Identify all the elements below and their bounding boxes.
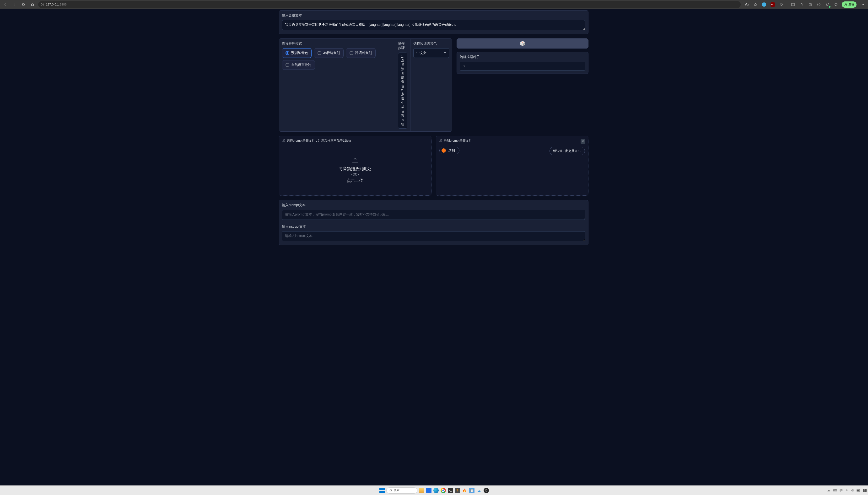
mode-label: 跨语种复刻 (355, 51, 372, 55)
browser-toolbar: 127.0.0.1:9886 A)) uO (0, 0, 868, 9)
radio-icon (286, 51, 289, 55)
record-header-text: 录制prompt音频文件 (444, 139, 472, 143)
svg-point-11 (846, 4, 847, 4)
upload-header-text: 选择prompt音频文件，注意采样率不低于16khz (287, 139, 351, 143)
step-line-1: 1. 选择预训练音色 (401, 55, 404, 88)
upload-click-text: 点击上传 (347, 178, 363, 183)
split-screen-icon[interactable] (790, 2, 796, 7)
forward-button (11, 1, 18, 8)
mic-select-label: 默认值 - 麦克风 (R... (553, 149, 581, 153)
radio-icon (350, 51, 353, 55)
invite-label: 邀请 (848, 2, 854, 6)
instruct-text-label: 输入instruct文本 (282, 225, 585, 229)
favorites-bar-icon[interactable] (799, 2, 804, 7)
prompt-text-field[interactable] (282, 210, 585, 220)
mode-option-3s-clone[interactable]: 3s极速复刻 (314, 48, 344, 58)
browser-actions: A)) uO 邀请 ⋯ (743, 1, 866, 7)
mode-label: 预训练音色 (291, 51, 308, 55)
url-bar[interactable]: 127.0.0.1:9886 (38, 1, 741, 8)
mode-option-nl-control[interactable]: 自然语言控制 (282, 60, 315, 70)
upload-drop-text: 将音频拖放到此处 (339, 166, 371, 172)
seed-label: 随机推理种子 (460, 55, 585, 59)
favorite-icon[interactable] (753, 2, 758, 7)
upload-icon (352, 157, 358, 163)
read-aloud-icon[interactable]: A)) (744, 2, 750, 7)
input-text-field[interactable] (282, 20, 585, 30)
mode-option-crosslingual[interactable]: 跨语种复刻 (346, 48, 376, 58)
ublock-icon[interactable]: uO (770, 2, 776, 7)
voice-select-value: 中文女 (416, 51, 426, 55)
upload-or-text: - 或 - (351, 172, 359, 177)
voice-select-label: 选择预训练音色 (413, 41, 449, 46)
home-button[interactable] (29, 1, 36, 8)
inference-mode-label: 选择推理模式 (282, 41, 392, 46)
mic-select[interactable]: 默认值 - 麦克风 (R... (549, 147, 585, 155)
refresh-button[interactable] (20, 1, 27, 8)
mode-option-pretrained[interactable]: 预训练音色 (282, 48, 311, 58)
bing-icon[interactable] (761, 2, 767, 7)
seed-input[interactable] (460, 62, 585, 71)
steps-col: 操作步骤 1. 选择预训练音色 2.点击生成音频按钮 (395, 39, 410, 131)
mode-label: 3s极速复刻 (323, 51, 340, 55)
steps-label: 操作步骤 (398, 41, 407, 50)
url-port: :9886 (59, 3, 67, 6)
prompt-instruct-card: 输入prompt文本 输入instruct文本 (279, 200, 589, 245)
chat-icon[interactable] (833, 2, 839, 7)
input-text-card: 输入合成文本 (279, 10, 589, 34)
mode-label: 自然语言控制 (291, 63, 311, 67)
svg-point-10 (845, 4, 846, 4)
voice-select[interactable]: 中文女 (413, 48, 449, 58)
music-icon (439, 139, 442, 142)
radio-icon (286, 63, 289, 67)
people-icon (844, 3, 848, 6)
record-dot-icon (442, 148, 446, 153)
inference-config-card: 选择推理模式 预训练音色 3s极速复刻 跨语种复刻 (279, 38, 452, 132)
prompt-text-label: 输入prompt文本 (282, 203, 585, 207)
back-button (2, 1, 8, 8)
upload-prompt-card[interactable]: 选择prompt音频文件，注意采样率不低于16khz 将音频拖放到此处 - 或 … (279, 136, 431, 196)
voice-col: 选择预训练音色 中文女 (410, 39, 452, 131)
downloads-icon[interactable] (824, 2, 830, 7)
invite-button[interactable]: 邀请 (842, 1, 856, 7)
dice-icon: 🎲 (520, 41, 525, 46)
music-icon (283, 139, 285, 142)
record-button-label: 录制 (448, 148, 455, 153)
upload-dropzone[interactable]: 将音频拖放到此处 - 或 - 点击上传 (279, 145, 431, 195)
seed-col: 🎲 随机推理种子 (452, 38, 589, 132)
step-line-2: 2.点击生成音频按钮 (401, 88, 404, 126)
seed-card: 随机推理种子 (457, 52, 589, 74)
close-record-button[interactable]: ✕ (581, 139, 585, 144)
record-button[interactable]: 录制 (439, 147, 459, 154)
more-icon[interactable]: ⋯ (860, 2, 865, 7)
url-host: 127.0.0.1 (46, 3, 59, 6)
record-prompt-card: 录制prompt音频文件 ✕ 录制 默认值 - 麦克风 (R... (436, 136, 589, 196)
inference-mode-col: 选择推理模式 预训练音色 3s极速复刻 跨语种复刻 (279, 39, 395, 131)
inference-mode-group: 预训练音色 3s极速复刻 跨语种复刻 自然语言控制 (282, 48, 392, 70)
steps-box[interactable]: 1. 选择预训练音色 2.点击生成音频按钮 (398, 53, 407, 129)
extensions-icon[interactable] (778, 2, 784, 7)
collections-icon[interactable] (807, 2, 813, 7)
app-viewport: 输入合成文本 选择推理模式 预训练音色 3s极速复刻 (0, 9, 868, 485)
radio-icon (318, 51, 321, 55)
instruct-text-field[interactable] (282, 231, 585, 241)
history-icon[interactable] (816, 2, 822, 7)
svg-point-9 (827, 3, 829, 5)
input-text-label: 输入合成文本 (282, 13, 585, 18)
randomize-seed-button[interactable]: 🎲 (457, 38, 589, 49)
info-icon (40, 3, 44, 6)
